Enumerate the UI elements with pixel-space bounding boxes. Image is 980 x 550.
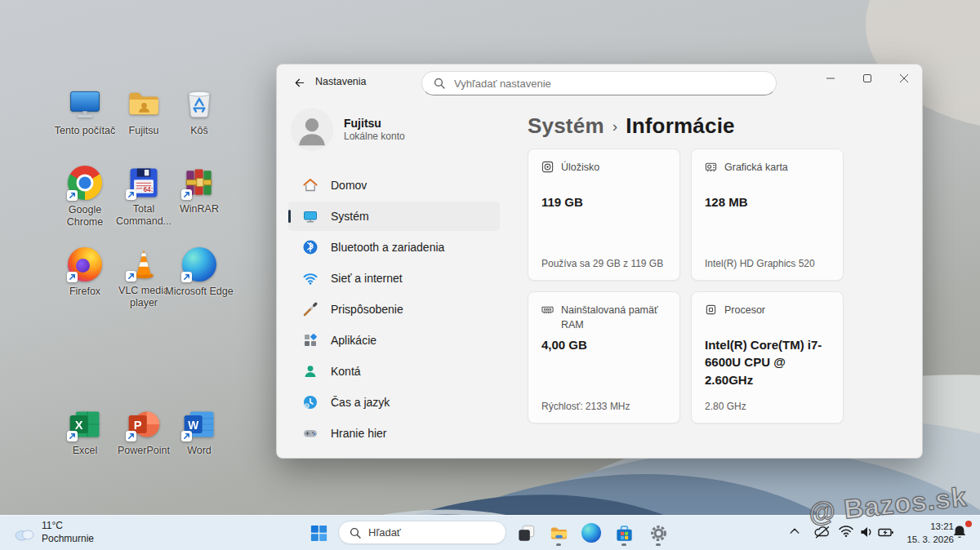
settings-search-input[interactable] bbox=[452, 77, 764, 91]
cpu-card[interactable]: Procesor Intel(R) Core(TM) i7-6600U CPU … bbox=[691, 291, 844, 424]
winrar-icon bbox=[181, 165, 217, 201]
windows-logo-icon bbox=[309, 523, 329, 543]
shortcut-arrow-icon bbox=[181, 189, 192, 200]
account-summary[interactable]: Fujitsu Lokálne konto bbox=[291, 109, 405, 151]
bluetooth-icon bbox=[302, 239, 318, 255]
person-icon bbox=[302, 363, 318, 379]
settings-nav: Domov Systém Bluetooth a zariadenia Sieť… bbox=[277, 171, 510, 450]
card-value: Intel(R) Core(TM) i7-6600U CPU @ 2.60GHz bbox=[705, 336, 833, 388]
paintbrush-icon bbox=[302, 301, 318, 317]
minimize-button[interactable] bbox=[812, 64, 849, 92]
tray-cloud-offline[interactable] bbox=[813, 525, 831, 539]
back-button[interactable] bbox=[287, 70, 311, 95]
shortcut-arrow-icon bbox=[67, 431, 78, 441]
tray-wifi[interactable] bbox=[838, 525, 854, 538]
edge-button[interactable] bbox=[577, 519, 606, 547]
ram-icon bbox=[541, 304, 554, 316]
window-titlebar[interactable]: Nastavenia bbox=[277, 64, 922, 100]
running-indicator bbox=[656, 543, 661, 546]
system-icon bbox=[302, 208, 318, 224]
nav-item-domov[interactable]: Domov bbox=[288, 171, 500, 200]
tray-chevron-button[interactable] bbox=[789, 527, 800, 534]
shortcut-arrow-icon bbox=[67, 272, 78, 282]
desktop-icon-word[interactable]: W Word bbox=[163, 406, 235, 457]
maximize-button[interactable] bbox=[849, 64, 885, 92]
gear-icon bbox=[648, 523, 669, 543]
nav-item-network[interactable]: Sieť a internet bbox=[288, 264, 500, 293]
settings-search[interactable] bbox=[421, 71, 777, 95]
nav-item-accounts[interactable]: Kontá bbox=[288, 357, 500, 386]
desktop-icon-edge[interactable]: Microsoft Edge bbox=[163, 246, 235, 298]
nav-item-system[interactable]: Systém bbox=[288, 202, 500, 231]
nav-item-apps[interactable]: Aplikácie bbox=[288, 326, 500, 355]
search-icon bbox=[350, 527, 361, 539]
task-view-button[interactable] bbox=[511, 519, 541, 547]
shortcut-arrow-icon bbox=[126, 431, 136, 441]
page-title: Informácie bbox=[626, 113, 735, 138]
user-folder-icon bbox=[126, 86, 162, 122]
nav-item-gaming[interactable]: Hranie hier bbox=[288, 419, 500, 448]
vlc-icon bbox=[126, 246, 162, 282]
card-title: Procesor bbox=[724, 303, 765, 317]
cloud-icon bbox=[13, 526, 35, 541]
ram-card[interactable]: Nainštalovaná pamäť RAM 4,00 GB Rýchlosť… bbox=[528, 291, 680, 424]
card-caption: Rýchlosť: 2133 MHz bbox=[541, 401, 671, 412]
nav-item-personalization[interactable]: Prispôsobenie bbox=[288, 295, 500, 324]
clock-time: 13:21 bbox=[897, 521, 954, 534]
weather-widget[interactable]: 11°C Pochmurnie bbox=[8, 516, 99, 550]
card-title: Nainštalovaná pamäť RAM bbox=[561, 303, 666, 332]
app-title: Nastavenia bbox=[315, 76, 367, 87]
running-indicator bbox=[621, 543, 626, 546]
account-type: Lokálne konto bbox=[344, 131, 405, 144]
gpu-card[interactable]: Grafická karta 128 MB Intel(R) HD Graphi… bbox=[691, 149, 844, 281]
clock-date: 15. 3. 2026 bbox=[897, 534, 954, 547]
close-button[interactable] bbox=[885, 64, 922, 92]
desktop-icon-winrar[interactable]: WinRAR bbox=[163, 165, 235, 215]
nav-item-time-language[interactable]: Čas a jazyk bbox=[288, 388, 500, 417]
storage-disk-icon bbox=[541, 161, 554, 173]
taskbar-search-label: Hľadať bbox=[368, 526, 401, 539]
svg-text:X: X bbox=[75, 419, 83, 432]
notification-button[interactable] bbox=[951, 523, 970, 543]
storage-card[interactable]: Úložisko 119 GB Používa sa 29 GB z 119 G… bbox=[528, 149, 680, 281]
breadcrumb-separator: › bbox=[604, 118, 626, 135]
shortcut-arrow-icon bbox=[126, 189, 136, 200]
breadcrumb-section[interactable]: Systém bbox=[528, 113, 604, 138]
shortcut-arrow-icon bbox=[67, 190, 78, 201]
clock[interactable]: 13:21 15. 3. 2026 bbox=[897, 521, 954, 546]
tray-battery[interactable] bbox=[877, 525, 895, 539]
card-value: 119 GB bbox=[541, 193, 670, 211]
start-button[interactable] bbox=[304, 519, 333, 547]
settings-button[interactable] bbox=[644, 519, 673, 547]
card-caption: 2.80 GHz bbox=[705, 401, 835, 412]
this-pc-icon bbox=[67, 86, 103, 122]
card-value: 128 MB bbox=[705, 193, 833, 211]
weather-condition: Pochmurnie bbox=[42, 533, 94, 546]
wifi-icon bbox=[302, 270, 318, 286]
tray-volume[interactable] bbox=[859, 525, 874, 539]
store-button[interactable] bbox=[609, 519, 639, 547]
microsoft-store-icon bbox=[614, 523, 635, 543]
shortcut-arrow-icon bbox=[181, 272, 192, 282]
file-explorer-button[interactable] bbox=[544, 519, 573, 547]
cpu-icon bbox=[705, 304, 717, 316]
task-view-icon bbox=[516, 523, 537, 543]
desktop: Tento počítač Fujitsu Kôš Google bbox=[0, 0, 980, 550]
taskbar-search[interactable]: Hľadať bbox=[338, 521, 506, 544]
battery-charging-icon bbox=[877, 525, 895, 539]
microsoft-edge-icon bbox=[581, 523, 601, 543]
desktop-icon-recycle-bin[interactable]: Kôš bbox=[163, 86, 235, 137]
settings-content: Systém›Informácie Úložisko 119 GB Použív… bbox=[510, 100, 922, 458]
notification-badge bbox=[965, 521, 972, 527]
breadcrumb: Systém›Informácie bbox=[528, 113, 922, 139]
wifi-icon bbox=[838, 525, 854, 538]
desktop-icon-label: Kôš bbox=[163, 125, 235, 137]
svg-text:P: P bbox=[134, 419, 142, 432]
clock-globe-icon bbox=[302, 394, 318, 410]
user-name: Fujitsu bbox=[344, 116, 405, 131]
svg-text:W: W bbox=[188, 419, 198, 432]
settings-sidebar: Fujitsu Lokálne konto Domov Systém Bluet… bbox=[277, 100, 510, 458]
nav-item-bluetooth[interactable]: Bluetooth a zariadenia bbox=[288, 233, 500, 262]
search-icon bbox=[434, 78, 445, 89]
word-icon: W bbox=[181, 406, 217, 442]
